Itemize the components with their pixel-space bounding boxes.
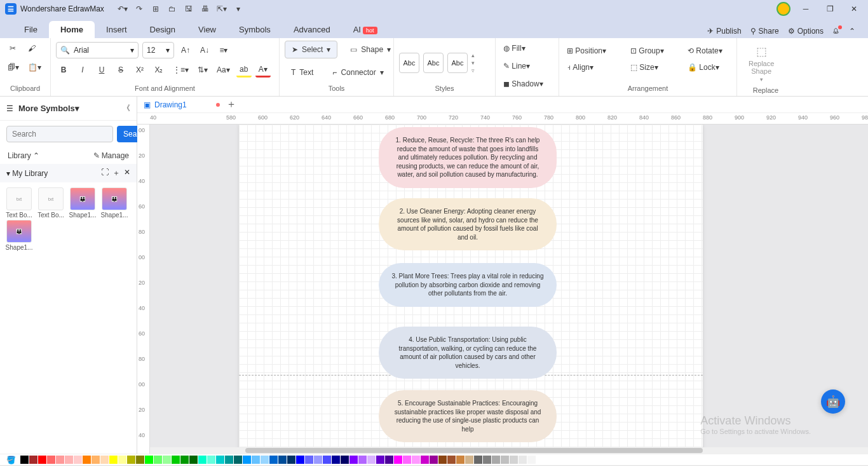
tab-home[interactable]: Home (49, 21, 95, 38)
color-swatch[interactable] (261, 456, 269, 464)
library-shape[interactable]: txtText Bo... (36, 187, 66, 219)
color-swatch[interactable] (367, 456, 376, 464)
shape-bubble-3[interactable]: 3. Plant More Trees: Trees play a vital … (379, 263, 557, 307)
collapse-sidebar-icon[interactable]: 《 (123, 103, 130, 114)
color-swatch[interactable] (20, 456, 29, 464)
strike-icon[interactable]: S (113, 62, 128, 78)
size-button[interactable]: ⬚ Size▾ (628, 60, 672, 75)
color-swatch[interactable] (154, 456, 162, 464)
shape-tool[interactable]: ▭Shape▾ (344, 41, 397, 58)
fill-button[interactable]: ◍ Fill▾ (501, 41, 528, 56)
color-swatch[interactable] (536, 456, 545, 464)
close-button[interactable]: ✕ (845, 3, 863, 15)
color-swatch[interactable] (296, 456, 304, 464)
underline-icon[interactable]: U (94, 62, 109, 78)
tab-ai[interactable]: AIhot (342, 21, 389, 38)
style-scroll[interactable]: ▴▾▿ (471, 52, 475, 74)
color-swatch[interactable] (456, 456, 465, 464)
cut-icon[interactable]: ✂ (5, 41, 20, 56)
color-swatch[interactable] (492, 456, 500, 464)
lib-close-icon[interactable]: ✕ (124, 168, 130, 179)
color-swatch[interactable] (438, 456, 447, 464)
italic-icon[interactable]: I (75, 62, 90, 78)
new-icon[interactable]: ⊞ (150, 3, 161, 15)
lib-expand-icon[interactable]: ⛶ (101, 168, 109, 179)
color-swatch[interactable] (358, 456, 367, 464)
color-swatch[interactable] (109, 456, 118, 464)
color-swatch[interactable] (332, 456, 340, 464)
color-swatch[interactable] (501, 456, 509, 464)
library-shape[interactable]: 👪Shape1... (4, 220, 34, 251)
color-swatch[interactable] (136, 456, 144, 464)
highlight-icon[interactable]: ab (236, 62, 252, 78)
color-swatch[interactable] (394, 456, 402, 464)
options-button[interactable]: ⚙Options (788, 27, 824, 36)
case-icon[interactable]: Aa▾ (214, 62, 233, 78)
color-swatch[interactable] (243, 456, 251, 464)
position-button[interactable]: ⊞ Position▾ (564, 43, 615, 58)
font-color-icon[interactable]: A▾ (255, 62, 271, 78)
tab-design[interactable]: Design (139, 21, 187, 38)
export-icon[interactable]: ⇱▾ (216, 3, 227, 15)
copy-icon[interactable]: 🗐▾ (5, 60, 22, 75)
color-swatch[interactable] (430, 456, 438, 464)
color-swatch[interactable] (56, 456, 64, 464)
color-swatch[interactable] (474, 456, 482, 464)
align-icon[interactable]: ≡▾ (216, 42, 231, 58)
open-icon[interactable]: 🗀 (166, 3, 178, 15)
color-swatch[interactable] (510, 456, 518, 464)
color-swatch[interactable] (118, 456, 126, 464)
lock-button[interactable]: 🔒 Lock▾ (685, 60, 729, 75)
color-swatch[interactable] (225, 456, 233, 464)
color-swatch[interactable] (287, 456, 295, 464)
color-swatch[interactable] (447, 456, 456, 464)
line-button[interactable]: ✎ Line▾ (501, 58, 532, 74)
color-swatch[interactable] (83, 456, 91, 464)
style-preset-3[interactable]: Abc (447, 53, 468, 73)
print-icon[interactable]: 🖶 (200, 3, 211, 15)
align-button[interactable]: ⫞ Align▾ (564, 60, 615, 75)
qat-more-icon[interactable]: ▾ (233, 3, 244, 15)
shape-bubble-5[interactable]: 5. Encourage Sustainable Practices: Enco… (379, 390, 557, 442)
color-swatch[interactable] (403, 456, 411, 464)
font-size-select[interactable]: 12▾ (142, 42, 174, 58)
color-swatch[interactable] (278, 456, 287, 464)
color-swatch[interactable] (180, 456, 189, 464)
rotate-button[interactable]: ⟲ Rotate▾ (685, 43, 729, 58)
paste-icon[interactable]: 📋▾ (25, 60, 44, 75)
collapse-ribbon[interactable]: ⌃ (849, 27, 855, 36)
color-swatch[interactable] (234, 456, 242, 464)
text-tool[interactable]: TText (285, 64, 320, 81)
symbol-search-input[interactable] (6, 126, 113, 142)
color-swatch[interactable] (421, 456, 429, 464)
color-swatch[interactable] (163, 456, 171, 464)
page[interactable]: 1. Reduce, Reuse, Recycle: The three R's… (239, 125, 703, 454)
color-swatch[interactable] (172, 456, 180, 464)
color-swatch[interactable] (29, 456, 37, 464)
chat-fab[interactable]: 🤖 (821, 389, 845, 414)
library-shape[interactable]: txtText Bo... (4, 187, 34, 219)
add-doc-tab[interactable]: ＋ (226, 98, 236, 111)
canvas[interactable]: 1. Reduce, Reuse, Recycle: The three R's… (150, 125, 868, 454)
notifications-button[interactable]: 🕭 (832, 27, 840, 36)
horizontal-scrollbar[interactable] (150, 447, 868, 454)
color-swatch[interactable] (189, 456, 198, 464)
tab-file[interactable]: File (13, 21, 49, 38)
group-button[interactable]: ⊡ Group▾ (628, 43, 672, 58)
color-swatch[interactable] (38, 456, 46, 464)
my-library-section[interactable]: ▾ My Library ⛶ ＋ ✕ (0, 164, 137, 182)
tab-symbols[interactable]: Symbols (227, 21, 282, 38)
library-label[interactable]: Library ⌃ (8, 151, 39, 160)
undo-icon[interactable]: ↶▾ (117, 3, 128, 15)
increase-font-icon[interactable]: A↑ (178, 42, 193, 58)
color-swatch[interactable] (465, 456, 473, 464)
color-swatch[interactable] (92, 456, 100, 464)
lib-add-icon[interactable]: ＋ (112, 168, 120, 179)
color-swatch[interactable] (385, 456, 393, 464)
replace-shape-button[interactable]: ⬚ Replace Shape ▾ (742, 41, 780, 86)
color-swatch[interactable] (519, 456, 527, 464)
color-swatch[interactable] (349, 456, 358, 464)
color-swatch[interactable] (74, 456, 82, 464)
tab-advanced[interactable]: Advanced (282, 21, 342, 38)
color-swatch[interactable] (376, 456, 384, 464)
